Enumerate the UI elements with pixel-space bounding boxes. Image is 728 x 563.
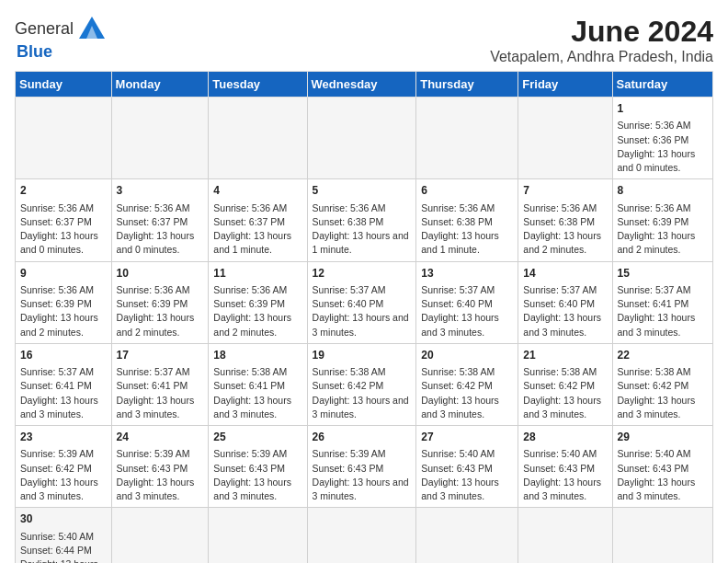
day-info: Sunrise: 5:38 AM Sunset: 6:42 PM Dayligh… [523,365,607,421]
weekday-header-sunday: Sunday [16,72,112,98]
week-row-3: 9Sunrise: 5:36 AM Sunset: 6:39 PM Daylig… [16,261,713,343]
day-number: 8 [618,183,708,199]
day-number: 29 [618,430,708,445]
day-number: 3 [117,183,204,199]
day-number: 22 [618,348,708,363]
logo-blue: Blue [17,42,52,62]
day-info: Sunrise: 5:37 AM Sunset: 6:41 PM Dayligh… [618,283,708,339]
week-row-2: 2Sunrise: 5:36 AM Sunset: 6:37 PM Daylig… [16,179,713,261]
day-number: 23 [20,430,107,445]
week-row-6: 30Sunrise: 5:40 AM Sunset: 6:44 PM Dayli… [16,508,713,563]
day-info: Sunrise: 5:39 AM Sunset: 6:42 PM Dayligh… [20,447,107,503]
day-info: Sunrise: 5:38 AM Sunset: 6:42 PM Dayligh… [421,365,513,421]
calendar-cell: 22Sunrise: 5:38 AM Sunset: 6:42 PM Dayli… [612,343,712,425]
calendar-cell [416,508,518,563]
day-number: 12 [313,266,412,282]
calendar-cell: 20Sunrise: 5:38 AM Sunset: 6:42 PM Dayli… [416,343,518,425]
day-info: Sunrise: 5:37 AM Sunset: 6:40 PM Dayligh… [421,283,513,339]
calendar-cell [416,98,518,179]
day-info: Sunrise: 5:37 AM Sunset: 6:41 PM Dayligh… [117,365,204,421]
calendar-cell: 18Sunrise: 5:38 AM Sunset: 6:41 PM Dayli… [209,343,307,425]
day-info: Sunrise: 5:40 AM Sunset: 6:43 PM Dayligh… [618,447,708,503]
day-info: Sunrise: 5:40 AM Sunset: 6:43 PM Dayligh… [421,447,513,503]
calendar-cell: 24Sunrise: 5:39 AM Sunset: 6:43 PM Dayli… [111,426,209,508]
day-number: 11 [213,266,301,282]
day-number: 5 [313,183,412,199]
calendar-cell: 10Sunrise: 5:36 AM Sunset: 6:39 PM Dayli… [111,261,209,343]
calendar-cell: 25Sunrise: 5:39 AM Sunset: 6:43 PM Dayli… [209,426,307,508]
day-number: 19 [313,348,412,363]
calendar-cell: 28Sunrise: 5:40 AM Sunset: 6:43 PM Dayli… [518,426,612,508]
day-number: 4 [213,183,301,199]
calendar-cell: 12Sunrise: 5:37 AM Sunset: 6:40 PM Dayli… [307,261,416,343]
calendar-cell: 29Sunrise: 5:40 AM Sunset: 6:43 PM Dayli… [612,426,712,508]
calendar-cell: 4Sunrise: 5:36 AM Sunset: 6:37 PM Daylig… [209,179,307,261]
calendar-cell: 21Sunrise: 5:38 AM Sunset: 6:42 PM Dayli… [518,343,612,425]
weekday-header-friday: Friday [518,72,612,98]
calendar-cell: 7Sunrise: 5:36 AM Sunset: 6:38 PM Daylig… [518,179,612,261]
calendar-cell [307,508,416,563]
calendar-cell: 11Sunrise: 5:36 AM Sunset: 6:39 PM Dayli… [209,261,307,343]
day-number: 25 [213,430,301,445]
day-info: Sunrise: 5:39 AM Sunset: 6:43 PM Dayligh… [213,447,301,503]
day-info: Sunrise: 5:36 AM Sunset: 6:39 PM Dayligh… [117,283,204,339]
calendar-cell [209,98,307,179]
calendar-cell: 30Sunrise: 5:40 AM Sunset: 6:44 PM Dayli… [16,508,112,563]
day-info: Sunrise: 5:36 AM Sunset: 6:38 PM Dayligh… [523,201,607,258]
day-number: 17 [117,348,204,363]
week-row-4: 16Sunrise: 5:37 AM Sunset: 6:41 PM Dayli… [16,343,713,425]
day-number: 9 [20,266,107,282]
calendar-cell: 27Sunrise: 5:40 AM Sunset: 6:43 PM Dayli… [416,426,518,508]
weekday-header-monday: Monday [111,72,209,98]
logo-general: General [15,19,74,39]
day-number: 7 [523,183,607,199]
calendar-cell: 16Sunrise: 5:37 AM Sunset: 6:41 PM Dayli… [16,343,112,425]
calendar-cell [307,98,416,179]
calendar-cell: 9Sunrise: 5:36 AM Sunset: 6:39 PM Daylig… [16,261,112,343]
day-info: Sunrise: 5:36 AM Sunset: 6:37 PM Dayligh… [20,201,107,258]
page-title: June 2024 [490,15,713,49]
header: General Blue June 2024 Vetapalem, Andhra… [15,15,713,65]
day-info: Sunrise: 5:36 AM Sunset: 6:37 PM Dayligh… [117,201,204,258]
calendar-cell: 2Sunrise: 5:36 AM Sunset: 6:37 PM Daylig… [16,179,112,261]
calendar-cell: 1Sunrise: 5:36 AM Sunset: 6:36 PM Daylig… [612,98,712,179]
weekday-header-wednesday: Wednesday [307,72,416,98]
day-info: Sunrise: 5:38 AM Sunset: 6:41 PM Dayligh… [213,365,301,421]
weekday-header-row: SundayMondayTuesdayWednesdayThursdayFrid… [16,72,713,98]
day-number: 1 [618,101,708,117]
day-info: Sunrise: 5:38 AM Sunset: 6:42 PM Dayligh… [313,365,412,421]
calendar-cell: 13Sunrise: 5:37 AM Sunset: 6:40 PM Dayli… [416,261,518,343]
page-subtitle: Vetapalem, Andhra Pradesh, India [490,49,713,65]
day-info: Sunrise: 5:40 AM Sunset: 6:44 PM Dayligh… [20,530,107,563]
day-number: 28 [523,430,607,445]
calendar-cell [111,508,209,563]
day-number: 2 [20,183,107,199]
calendar-cell: 26Sunrise: 5:39 AM Sunset: 6:43 PM Dayli… [307,426,416,508]
calendar-cell [16,98,112,179]
calendar-cell [518,508,612,563]
day-info: Sunrise: 5:40 AM Sunset: 6:43 PM Dayligh… [523,447,607,503]
day-info: Sunrise: 5:36 AM Sunset: 6:37 PM Dayligh… [213,201,301,258]
calendar-cell: 5Sunrise: 5:36 AM Sunset: 6:38 PM Daylig… [307,179,416,261]
calendar-cell: 15Sunrise: 5:37 AM Sunset: 6:41 PM Dayli… [612,261,712,343]
day-number: 10 [117,266,204,282]
day-info: Sunrise: 5:37 AM Sunset: 6:40 PM Dayligh… [313,283,412,339]
calendar-cell: 14Sunrise: 5:37 AM Sunset: 6:40 PM Dayli… [518,261,612,343]
day-info: Sunrise: 5:37 AM Sunset: 6:41 PM Dayligh… [20,365,107,421]
calendar-cell: 8Sunrise: 5:36 AM Sunset: 6:39 PM Daylig… [612,179,712,261]
day-number: 16 [20,348,107,363]
calendar-cell: 3Sunrise: 5:36 AM Sunset: 6:37 PM Daylig… [111,179,209,261]
day-number: 6 [421,183,513,199]
day-info: Sunrise: 5:36 AM Sunset: 6:38 PM Dayligh… [313,201,412,258]
day-number: 27 [421,430,513,445]
day-number: 15 [618,266,708,282]
logo: General Blue [15,15,105,62]
week-row-1: 1Sunrise: 5:36 AM Sunset: 6:36 PM Daylig… [16,98,713,179]
title-area: June 2024 Vetapalem, Andhra Pradesh, Ind… [490,15,713,65]
day-info: Sunrise: 5:36 AM Sunset: 6:38 PM Dayligh… [421,201,513,258]
calendar-cell: 19Sunrise: 5:38 AM Sunset: 6:42 PM Dayli… [307,343,416,425]
day-info: Sunrise: 5:37 AM Sunset: 6:40 PM Dayligh… [523,283,607,339]
week-row-5: 23Sunrise: 5:39 AM Sunset: 6:42 PM Dayli… [16,426,713,508]
day-number: 24 [117,430,204,445]
calendar-cell: 23Sunrise: 5:39 AM Sunset: 6:42 PM Dayli… [16,426,112,508]
